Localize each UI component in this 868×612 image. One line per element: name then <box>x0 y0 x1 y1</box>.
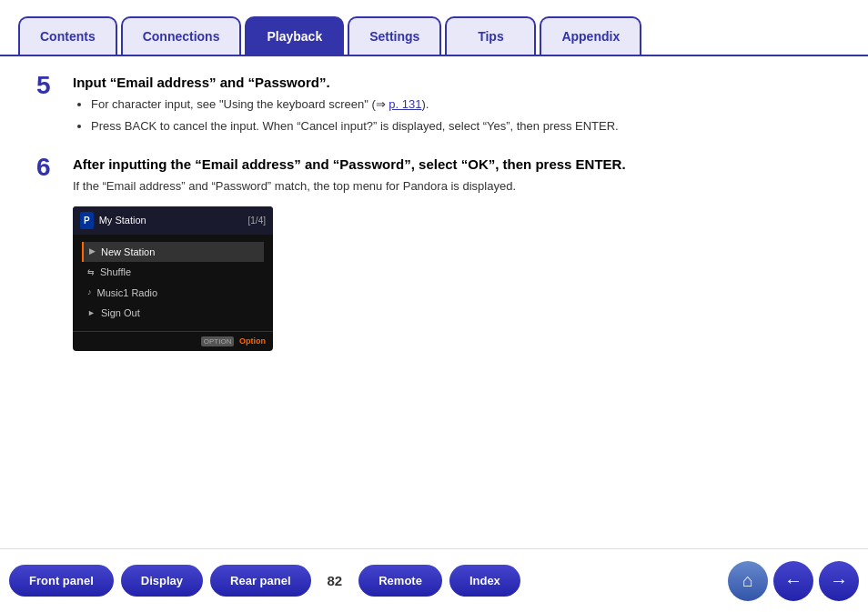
remote-button[interactable]: Remote <box>358 565 442 597</box>
rear-panel-button[interactable]: Rear panel <box>210 565 310 597</box>
pandora-option-label: Option <box>239 336 266 346</box>
pandora-screen-mockup: P My Station [1/4] ▶ New Station ⇆ Shuff… <box>73 206 273 352</box>
step-5-title: Input “Email address” and “Password”. <box>73 75 832 90</box>
pandora-item-icon-3: ♪ <box>87 286 92 299</box>
page-number: 82 <box>328 573 343 588</box>
pandora-menu: ▶ New Station ⇆ Shuffle ♪ Music1 Radio <box>73 235 273 331</box>
step-6-content: After inputting the “Email address” and … <box>73 156 832 351</box>
back-button[interactable]: ← <box>773 561 813 601</box>
tab-contents[interactable]: Contents <box>18 16 117 55</box>
nav-icon-buttons: ⌂ ← → <box>728 561 859 601</box>
step-5-link[interactable]: p. 131 <box>389 97 421 111</box>
pandora-menu-label-4: Sign Out <box>101 306 140 321</box>
pandora-menu-item-new-station: ▶ New Station <box>82 242 264 263</box>
step-6: 6 After inputting the “Email address” an… <box>36 156 832 351</box>
front-panel-button[interactable]: Front panel <box>9 565 114 597</box>
pandora-counter: [1/4] <box>248 214 266 227</box>
bottom-nav: Front panel Display Rear panel 82 Remote… <box>0 548 868 612</box>
step-5-content: Input “Email address” and “Password”. Fo… <box>73 75 832 138</box>
tab-playback[interactable]: Playback <box>245 16 344 55</box>
pandora-header: P My Station [1/4] <box>73 206 273 235</box>
index-button[interactable]: Index <box>449 565 520 597</box>
step-6-description: If the “Email address” and “Password” ma… <box>73 177 832 196</box>
pandora-menu-item-sign-out: ► Sign Out <box>82 303 264 324</box>
step-5-number: 5 <box>36 71 73 100</box>
pandora-item-icon-2: ⇆ <box>87 266 95 279</box>
pandora-menu-label-3: Music1 Radio <box>97 286 158 301</box>
step-5-bullet-2: Press BACK to cancel the input. When “Ca… <box>91 117 832 135</box>
tab-connections[interactable]: Connections <box>121 16 242 55</box>
pandora-item-icon-4: ► <box>87 307 96 320</box>
pandora-item-icon-1: ▶ <box>89 246 96 258</box>
step-6-body: If the “Email address” and “Password” ma… <box>73 177 832 351</box>
tab-appendix[interactable]: Appendix <box>540 16 641 55</box>
pandora-menu-item-shuffle: ⇆ Shuffle <box>82 262 264 283</box>
pandora-footer: OPTION Option <box>73 331 273 352</box>
pandora-logo: P <box>80 212 94 229</box>
main-content: 5 Input “Email address” and “Password”. … <box>0 56 868 548</box>
home-button[interactable]: ⌂ <box>728 561 768 601</box>
tab-settings[interactable]: Settings <box>348 16 441 55</box>
step-6-number: 6 <box>36 153 73 182</box>
step-6-title: After inputting the “Email address” and … <box>73 156 832 172</box>
pandora-menu-item-music-radio: ♪ Music1 Radio <box>82 283 264 304</box>
pandora-option-key: OPTION <box>201 336 235 346</box>
pandora-screen-title: My Station <box>99 213 248 228</box>
display-button[interactable]: Display <box>121 565 203 597</box>
bottom-nav-left: Front panel Display Rear panel 82 Remote… <box>9 565 520 597</box>
step-5-bullet-1: For character input, see "Using the keyb… <box>91 95 832 114</box>
step-5-body: For character input, see "Using the keyb… <box>73 95 832 135</box>
forward-button[interactable]: → <box>819 561 859 601</box>
tab-tips[interactable]: Tips <box>445 16 536 55</box>
pandora-menu-label-1: New Station <box>101 245 155 260</box>
nav-tabs: Contents Connections Playback Settings T… <box>0 0 868 56</box>
pandora-menu-label-2: Shuffle <box>100 265 131 280</box>
step-5: 5 Input “Email address” and “Password”. … <box>36 75 832 138</box>
